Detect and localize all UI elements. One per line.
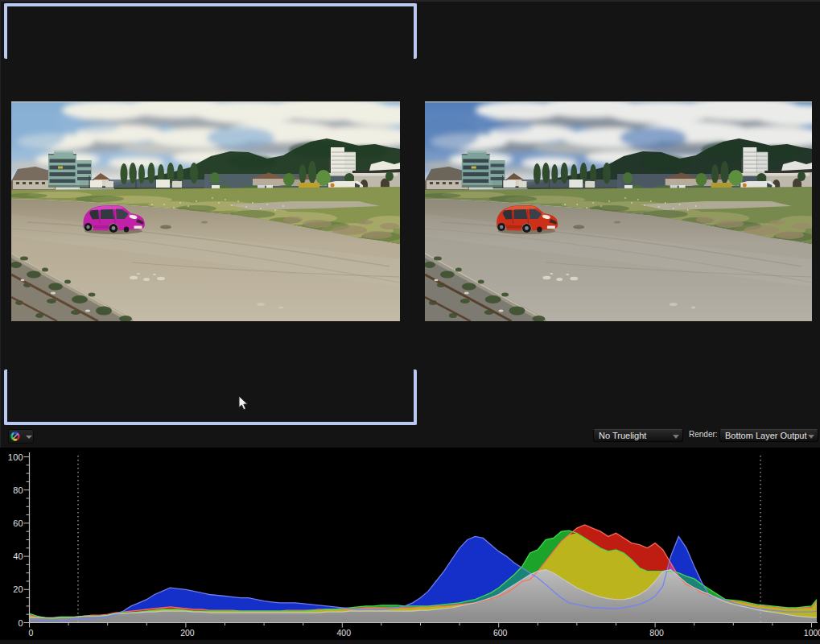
svg-text:800: 800 <box>649 628 664 638</box>
svg-text:100: 100 <box>8 452 23 462</box>
svg-text:20: 20 <box>13 584 23 594</box>
svg-text:0: 0 <box>29 628 34 638</box>
svg-text:200: 200 <box>180 628 195 638</box>
svg-text:600: 600 <box>493 628 508 638</box>
svg-text:400: 400 <box>337 628 352 638</box>
svg-text:60: 60 <box>13 518 23 528</box>
svg-text:40: 40 <box>13 551 23 561</box>
svg-text:1000: 1000 <box>804 628 820 638</box>
svg-text:80: 80 <box>13 485 23 495</box>
svg-text:0: 0 <box>19 618 23 628</box>
